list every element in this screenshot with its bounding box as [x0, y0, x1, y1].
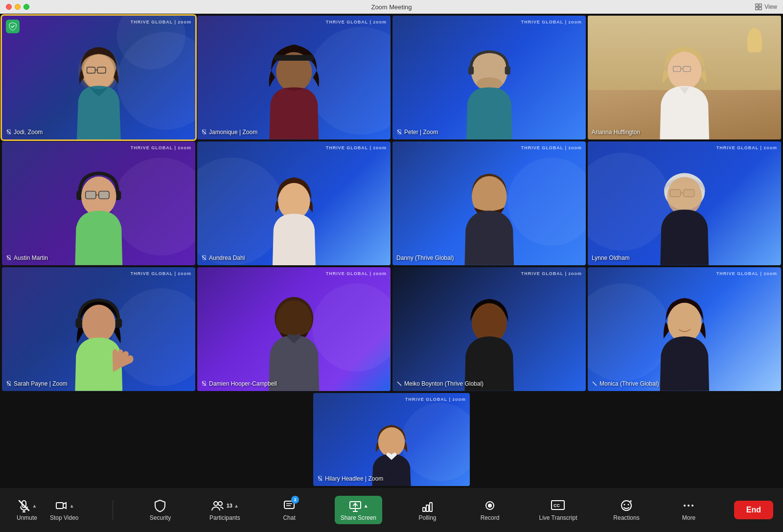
- svg-point-79: [691, 505, 693, 507]
- participant-name-8: Lynne Oldham: [592, 254, 630, 261]
- window-title: Zoom Meeting: [371, 3, 412, 11]
- svg-point-74: [622, 501, 631, 510]
- cell-brand-12: THRIVE GLOBAL | zoom: [716, 271, 777, 276]
- participant-cell-9[interactable]: THRIVE GLOBAL | zoom Sarah Payne | Zoom: [2, 267, 195, 391]
- svg-point-19: [668, 52, 702, 90]
- fullscreen-button[interactable]: [23, 4, 29, 10]
- cell-brand-2: THRIVE GLOBAL | zoom: [326, 20, 387, 24]
- svg-rect-68: [426, 505, 429, 511]
- participant-cell-13[interactable]: THRIVE GLOBAL | zoom Hilary Headlee | Zo…: [313, 393, 470, 486]
- record-button[interactable]: Record: [473, 496, 507, 524]
- toolbar-divider-1: [113, 500, 113, 520]
- reactions-button[interactable]: Reactions: [609, 496, 644, 524]
- security-button[interactable]: Security: [143, 496, 177, 524]
- participant-name-1: Jodi, Zoom: [6, 129, 43, 136]
- participant-cell-8[interactable]: THRIVE GLOBAL | zoom Lynne Oldham: [588, 141, 781, 265]
- svg-line-51: [593, 382, 597, 386]
- toolbar-left: ▲ Unmute ▲ Stop Video: [10, 496, 83, 524]
- svg-point-75: [623, 504, 625, 506]
- participant-cell-10[interactable]: THRIVE GLOBAL | zoom Damien Hooper-Campb…: [197, 267, 391, 391]
- title-bar: Zoom Meeting View: [0, 0, 783, 14]
- svg-point-40: [82, 305, 115, 343]
- participant-name-9: Sarah Payne | Zoom: [6, 380, 68, 387]
- participant-name-7: Danny (Thrive Global): [396, 254, 454, 261]
- live-transcript-label: Live Transcript: [539, 514, 577, 521]
- share-screen-button[interactable]: ▲ Share Screen: [335, 496, 382, 524]
- participant-cell-6[interactable]: THRIVE GLOBAL | zoom Aundrea Dahl: [197, 141, 391, 265]
- svg-point-59: [214, 502, 218, 506]
- participant-name-6: Aundrea Dahl: [201, 254, 245, 261]
- traffic-lights[interactable]: [6, 4, 29, 10]
- cell-brand-6: THRIVE GLOBAL | zoom: [326, 145, 387, 150]
- cell-brand-1: THRIVE GLOBAL | zoom: [131, 20, 191, 24]
- participant-cell-11[interactable]: THRIVE GLOBAL | zoom Meiko Boynton (Thri…: [392, 267, 586, 391]
- participant-cell-7[interactable]: THRIVE GLOBAL | zoom Danny (Thrive Globa…: [392, 141, 586, 265]
- participant-cell-2[interactable]: THRIVE GLOBAL | zoom Jamonique | Zoom: [197, 16, 391, 139]
- view-button[interactable]: View: [755, 3, 777, 10]
- participants-button[interactable]: 13 ▲ Participants: [206, 496, 244, 524]
- cell-brand-13: THRIVE GLOBAL | zoom: [405, 397, 466, 402]
- video-row-bottom: THRIVE GLOBAL | zoom Hilary Headlee | Zo…: [2, 393, 781, 486]
- live-transcript-button[interactable]: CC Live Transcript: [535, 496, 581, 524]
- svg-line-49: [397, 382, 401, 386]
- svg-rect-38: [75, 319, 82, 328]
- toolbar: ▲ Unmute ▲ Stop Video: [0, 488, 783, 532]
- reactions-label: Reactions: [613, 514, 639, 521]
- participant-name-11: Meiko Boynton (Thrive Global): [396, 380, 484, 387]
- close-button[interactable]: [6, 4, 12, 10]
- polling-button[interactable]: Polling: [411, 496, 445, 524]
- share-screen-label: Share Screen: [341, 514, 376, 521]
- record-label: Record: [481, 514, 500, 521]
- cell-brand-3: THRIVE GLOBAL | zoom: [521, 20, 582, 24]
- minimize-button[interactable]: [15, 4, 21, 10]
- cell-brand-8: THRIVE GLOBAL | zoom: [716, 145, 777, 150]
- chat-button[interactable]: 2 Chat: [272, 496, 306, 524]
- participant-name-3: Peter | Zoom: [396, 129, 438, 136]
- participant-name-2: Jamonique | Zoom: [201, 129, 257, 136]
- more-button[interactable]: More: [671, 496, 706, 524]
- participant-name-5: Austin Martin: [6, 254, 48, 261]
- svg-rect-3: [759, 7, 761, 10]
- chat-label: Chat: [283, 514, 295, 521]
- chat-badge: 2: [291, 496, 299, 504]
- svg-rect-67: [423, 508, 425, 511]
- unmute-button[interactable]: ▲ Unmute: [10, 496, 44, 524]
- cell-brand-9: THRIVE GLOBAL | zoom: [131, 271, 191, 276]
- participant-cell-12[interactable]: THRIVE GLOBAL | zoom Monica (Thrive Glob…: [588, 267, 781, 391]
- svg-point-78: [688, 505, 690, 507]
- view-label: View: [764, 3, 777, 10]
- svg-rect-26: [85, 191, 95, 199]
- svg-rect-39: [115, 319, 122, 328]
- participant-name-12: Monica (Thrive Global): [592, 380, 659, 387]
- video-row-1: THRIVE GLOBAL | zoom Jodi, Zoom: [2, 16, 781, 139]
- participant-cell-3[interactable]: THRIVE GLOBAL | zoom Peter | Zoom: [392, 16, 586, 139]
- main-container: THRIVE GLOBAL | zoom Jodi, Zoom: [0, 14, 783, 532]
- security-shield-badge: [6, 20, 20, 33]
- stop-video-button[interactable]: ▲ Stop Video: [46, 496, 83, 524]
- video-row-3: THRIVE GLOBAL | zoom Sarah Payne | Zoom: [2, 267, 781, 391]
- participants-label: Participants: [209, 514, 240, 521]
- stop-video-label: Stop Video: [50, 514, 79, 521]
- video-grid: THRIVE GLOBAL | zoom Jodi, Zoom: [2, 16, 781, 486]
- participant-cell-5[interactable]: THRIVE GLOBAL | zoom Austin Martin: [2, 141, 195, 265]
- svg-rect-15: [468, 66, 473, 74]
- svg-line-54: [19, 501, 29, 510]
- svg-point-76: [627, 504, 629, 506]
- participant-cell-1[interactable]: THRIVE GLOBAL | zoom Jodi, Zoom: [2, 16, 195, 139]
- svg-point-71: [488, 504, 492, 508]
- svg-point-60: [218, 502, 222, 506]
- more-label: More: [682, 514, 695, 521]
- unmute-label: Unmute: [17, 514, 37, 521]
- svg-rect-69: [430, 503, 432, 511]
- participant-name-10: Damien Hooper-Campbell: [201, 380, 277, 387]
- svg-point-6: [83, 54, 115, 89]
- participant-cell-4[interactable]: Arianna Huffington: [588, 16, 781, 139]
- end-button[interactable]: End: [734, 501, 773, 519]
- svg-rect-0: [756, 4, 758, 6]
- svg-rect-16: [505, 66, 510, 74]
- video-row-2: THRIVE GLOBAL | zoom Austin Martin: [2, 141, 781, 265]
- cell-brand-10: THRIVE GLOBAL | zoom: [326, 271, 387, 276]
- security-label: Security: [150, 514, 171, 521]
- cell-brand-7: THRIVE GLOBAL | zoom: [521, 145, 582, 150]
- video-area: THRIVE GLOBAL | zoom Jodi, Zoom: [0, 14, 783, 488]
